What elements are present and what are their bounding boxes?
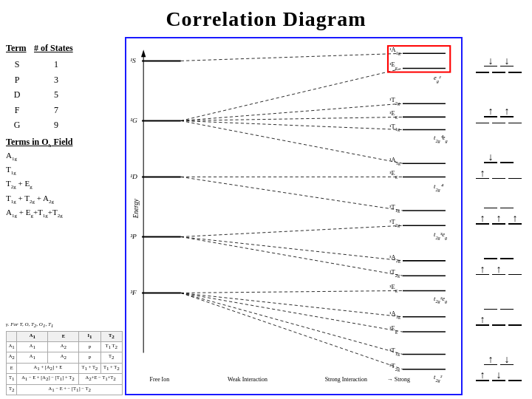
term-s: S [6, 57, 28, 72]
orbital-line [492, 123, 505, 124]
page-title: Correlation Diagram [0, 0, 532, 37]
oh-terms-header: Terms in Oh Field [6, 137, 116, 149]
orbital-slot [492, 123, 505, 124]
svg-text:¹Eg: ¹Eg [389, 62, 398, 70]
arrow-down-icon: ↓ [505, 56, 510, 66]
orbital-line [508, 72, 522, 73]
orbital-slot [484, 309, 497, 310]
orbital-line [508, 324, 522, 326]
svg-line-59 [181, 290, 403, 293]
arrow-up-icon: ↑ [480, 168, 485, 179]
svg-text:t2g³eg: t2g³eg [434, 232, 447, 240]
orbital-line [484, 116, 497, 117]
oh-term-f: T1g + T2g + A2g [6, 192, 116, 206]
orbital-slot [508, 72, 522, 73]
orbital-slot [508, 123, 522, 124]
left-panel: Term # of States S 1 P 3 D 5 F 7 G 9 [0, 37, 122, 395]
states-g: 9 [34, 117, 78, 132]
svg-text:Energy: Energy [132, 198, 140, 219]
orbital-line [484, 364, 497, 366]
states-d: 5 [34, 87, 78, 102]
orbital-slot: ↑ [492, 265, 505, 276]
orbital-box-5: ↑ ↑ [468, 242, 529, 291]
oh-terms-section: Terms in Oh Field A1g T1g T2g + Eg T1g +… [6, 137, 116, 220]
orbital-slot: ↓ [484, 56, 497, 67]
oh-term-p: T1g [6, 163, 116, 177]
col-states: # of States [34, 41, 78, 55]
svg-line-51 [181, 117, 403, 120]
svg-line-49 [181, 69, 403, 121]
arrow-down-icon: ↓ [488, 56, 494, 66]
svg-text:¹T1g: ¹T1g [389, 123, 400, 132]
svg-line-53 [181, 120, 403, 163]
table-row: A1A1A2PT1 T2 [7, 342, 123, 352]
orbital-slot: ↓ [500, 355, 514, 366]
orbital-slot [484, 208, 497, 209]
svg-text:t2g²eg: t2g²eg [434, 296, 447, 304]
orbital-line [508, 223, 522, 225]
th-i1: I1 [79, 331, 100, 341]
orbital-line [492, 178, 505, 180]
svg-text:t2g⁴: t2g⁴ [434, 183, 444, 191]
orbital-box-6: ↑ [468, 293, 529, 341]
orbital-line [492, 274, 505, 276]
orbital-line [500, 66, 514, 67]
svg-line-57 [181, 236, 403, 260]
svg-text:Weak Interaction: Weak Interaction [228, 376, 267, 383]
orbital-line [484, 309, 497, 310]
arrow-up-icon: ↑ [497, 214, 502, 224]
orbital-slot: ↑ [484, 355, 497, 366]
term-table: Term # of States S 1 P 3 D 5 F 7 G 9 [6, 41, 116, 132]
diagram-inner: ¹S ¹G ¹D ³P ³F ¹A1g ¹Eg eg² [126, 38, 461, 383]
orbital-line [492, 380, 505, 381]
th-e: E [48, 331, 79, 341]
svg-line-56 [181, 225, 403, 236]
table-row: A2A1A2PT2 [7, 352, 123, 363]
states-f: 7 [34, 103, 78, 117]
svg-text:¹D: ¹D [130, 174, 137, 181]
orbital-slot [492, 72, 505, 73]
orbital-line [476, 324, 489, 326]
bottom-table: γ. For T, O, T2, O1, T1 A1 E I1 T2 A1A1A… [6, 321, 123, 395]
diagram-svg: ¹S ¹G ¹D ³P ³F ¹A1g ¹Eg eg² [126, 38, 461, 383]
orbital-box-3: ↓ ↑ [468, 141, 529, 190]
arrow-up-icon: ↑ [513, 214, 518, 224]
orbital-slot: ↑ [476, 370, 489, 381]
right-panel: ↓ ↓ [466, 37, 532, 395]
svg-line-58 [181, 236, 403, 276]
orbital-slot [508, 274, 522, 276]
arrow-down-icon: ↓ [505, 355, 510, 365]
svg-text:¹S: ¹S [130, 58, 136, 65]
svg-marker-66 [141, 50, 146, 57]
svg-text:¹Eg: ¹Eg [389, 171, 398, 179]
orbital-slot [484, 258, 497, 259]
orbital-box-2: ↑ ↑ [468, 90, 529, 139]
orbital-line [476, 380, 489, 381]
orbital-line [484, 258, 497, 259]
arrow-up-icon: ↑ [480, 315, 485, 325]
arrow-up-icon: ↑ [480, 265, 485, 275]
states-p: 3 [34, 72, 78, 87]
orbital-box-7: ↑ ↓ ↑ ↓ [468, 344, 529, 392]
svg-text:¹Eg: ¹Eg [389, 284, 398, 293]
svg-text:eg²: eg² [434, 75, 441, 83]
table-note: γ. For T, O, T2, O1, T1 [6, 321, 123, 329]
th-a1: A1 [17, 331, 48, 341]
term-d: D [6, 87, 28, 102]
orbital-line [484, 208, 497, 209]
orbital-line [476, 223, 489, 225]
orbital-slot [476, 72, 489, 73]
orbital-slot: ↑ [476, 214, 489, 225]
arrow-up-icon: ↑ [497, 265, 502, 275]
orbital-line [492, 324, 505, 326]
term-f: F [6, 103, 28, 117]
svg-line-62 [181, 293, 403, 354]
orbital-line [476, 178, 489, 180]
oh-term-d: T2g + Eg [6, 177, 116, 191]
orbital-slot: ↑ [508, 214, 522, 225]
svg-text:³P: ³P [130, 233, 137, 241]
oh-term-s: A1g [6, 149, 116, 163]
orbital-line [508, 123, 522, 124]
orbital-line [500, 309, 514, 310]
arrow-up-icon: ↑ [480, 214, 485, 224]
